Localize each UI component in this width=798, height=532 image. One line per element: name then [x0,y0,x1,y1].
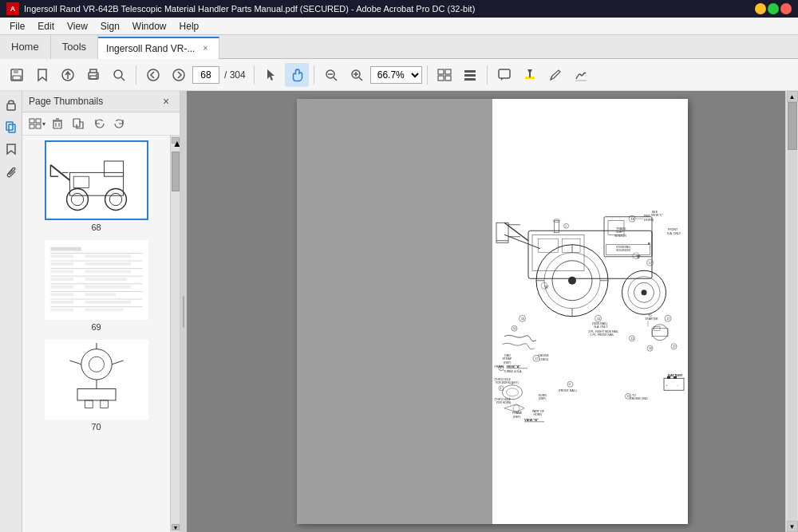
svg-rect-109 [539,238,559,253]
extract-page-button[interactable] [69,115,88,132]
svg-text:TO: TO [648,314,652,317]
rotate-cw-button[interactable] [110,115,129,132]
prev-page-button[interactable] [141,63,165,87]
pdf-scroll-thumb[interactable] [788,102,797,150]
page-diagram: 16 REF HORN SEE VIEW "C" FRONT N.A. ONLY… [492,99,688,524]
thumbnail-page-70[interactable]: 70 [27,340,165,432]
thumbnail-page-68[interactable]: 68 [27,140,165,232]
scroll-up-arrow[interactable]: ▲ [172,137,180,144]
svg-rect-1 [14,69,18,73]
comment-button[interactable] [492,63,516,87]
separator-5 [487,65,488,85]
print-button[interactable] [81,63,105,87]
thumbnail-scrollbar[interactable]: ▲ ▼ [170,136,180,532]
svg-text:17: 17 [535,357,539,361]
bookmarks-icon[interactable] [2,140,20,158]
thumbnail-panel: Page Thumbnails × ▾ [22,91,180,532]
svg-text:17: 17 [667,317,670,321]
svg-line-16 [334,77,337,81]
find-button[interactable] [107,63,131,87]
svg-text:12: 12 [627,395,630,398]
view-tools-group [433,63,482,87]
svg-rect-34 [7,104,15,110]
svg-text:16: 16 [631,217,635,221]
svg-point-99 [568,277,576,285]
svg-text:10: 10 [521,317,524,321]
svg-text:(FRONT RAIL): (FRONT RAIL) [559,389,577,392]
zoom-in-button[interactable] [345,63,369,87]
delete-page-button[interactable] [48,115,67,132]
svg-text:FRONT: FRONT [668,228,678,231]
svg-rect-69 [50,247,81,251]
upload-button[interactable] [56,63,80,87]
save-button[interactable] [5,63,29,87]
draw-button[interactable] [543,63,567,87]
tab-close-button[interactable]: × [200,43,211,54]
bookmark-button[interactable] [30,63,54,87]
svg-text:(-NEG): (-NEG) [539,358,548,361]
file-tools-group [5,63,131,87]
maximize-btn[interactable] [768,3,779,14]
tab-document[interactable]: Ingersoll Rand VR-... × [98,37,219,59]
svg-rect-74 [50,270,73,274]
svg-point-12 [173,69,184,81]
svg-text:(REF): (REF) [504,361,511,365]
svg-rect-78 [50,286,73,289]
svg-rect-42 [53,121,61,128]
svg-rect-71 [85,254,131,258]
svg-text:1 PL. FRONT RAIL: 1 PL. FRONT RAIL [591,333,614,337]
svg-text:27: 27 [673,345,676,349]
pdf-vertical-scrollbar[interactable]: ▲ ▼ [785,91,798,532]
signature-button[interactable] [569,63,593,87]
scroll-down-arrow[interactable]: ▼ [172,524,180,530]
fit-page-button[interactable] [433,63,456,87]
pages-icon[interactable] [2,118,20,136]
svg-rect-48 [46,142,146,219]
svg-rect-24 [445,76,451,81]
thumbnail-view-button[interactable]: ▾ [27,115,46,132]
menu-edit[interactable]: Edit [31,19,61,33]
svg-text:PART OF: PART OF [532,410,544,413]
page-number-input[interactable]: 68 [192,66,219,84]
svg-text:VIEW "B": VIEW "B" [524,418,539,422]
scroll-mode-button[interactable] [458,63,482,87]
close-btn[interactable] [780,3,792,14]
highlight-button[interactable] [518,63,542,87]
zoom-out-button[interactable] [319,63,343,87]
svg-rect-80 [50,293,73,296]
pdf-scroll-down[interactable]: ▼ [787,521,798,532]
resize-handle[interactable] [180,91,187,532]
next-page-button[interactable] [167,63,191,87]
pdf-scroll-track [788,102,797,521]
tab-tools[interactable]: Tools [51,35,98,59]
rotate-ccw-button[interactable] [89,115,109,132]
resize-handle-visual [183,296,184,328]
pdf-scroll-up[interactable]: ▲ [787,91,798,102]
svg-text:-: - [677,383,678,387]
svg-rect-83 [85,301,131,304]
zoom-select[interactable]: 66.7% 50% 75% 100% 125% 150% [370,66,422,84]
main-area: Page Thumbnails × ▾ [0,91,798,532]
navigation-group: 68 / 304 [141,63,249,87]
svg-text:VIEW "C": VIEW "C" [651,214,664,217]
tab-home[interactable]: Home [0,35,51,59]
hand-tool-button[interactable] [285,63,309,87]
lock-icon[interactable] [2,96,20,113]
thumbnail-page-69[interactable]: 69 [27,240,165,332]
svg-rect-38 [30,119,34,123]
pdf-content[interactable]: 16 REF HORN SEE VIEW "C" FRONT N.A. ONLY… [187,91,798,532]
thumbnail-close-button[interactable]: × [159,94,173,108]
scroll-thumb-thumbnail[interactable] [172,152,180,191]
menu-window[interactable]: Window [126,19,173,33]
svg-text:14: 14 [597,317,600,321]
minimize-btn[interactable] [755,3,766,14]
svg-text:(SIDE RAIL): (SIDE RAIL) [592,322,607,325]
menu-help[interactable]: Help [173,19,206,33]
cursor-tool-button[interactable] [259,63,283,87]
thumbnail-panel-title: Page Thumbnails [29,96,103,107]
menu-view[interactable]: View [61,19,94,33]
menu-file[interactable]: File [3,19,31,33]
svg-rect-204 [667,376,670,379]
menu-sign[interactable]: Sign [94,19,126,33]
attachments-icon[interactable] [2,163,20,180]
